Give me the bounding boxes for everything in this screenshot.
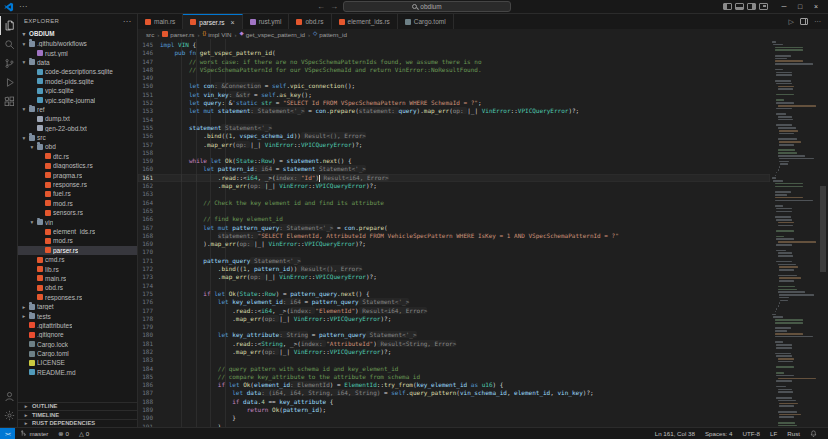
breadcrumb-impl-vin[interactable]: {}impl VIN [202, 31, 231, 38]
tree-item-gitignore[interactable]: .gitignore [18, 330, 137, 339]
tree-item-rust-yml[interactable]: rust.yml [18, 48, 137, 57]
breadcrumb-pattern-id[interactable]: ◇pattern_id [313, 31, 347, 38]
menu-ellipsis-icon[interactable]: ⋯ [19, 3, 27, 11]
status-errors[interactable]: ⊗0 [53, 428, 74, 439]
tree-item-tests[interactable]: ▸tests [18, 311, 137, 320]
code-line[interactable]: 185 // compare key_attribute to the attr… [138, 373, 770, 381]
tree-item-cargo-toml[interactable]: Cargo.toml [18, 349, 137, 358]
minimap[interactable] [770, 39, 818, 427]
code-line[interactable]: 171 pattern_query Statement<'_> [138, 257, 770, 265]
status-notifications-bell[interactable] [805, 428, 822, 439]
code-line[interactable]: 182 .map_err(op: |_| VinError::VPICQuery… [138, 348, 770, 356]
tab-element-ids-rs[interactable]: element_ids.rs [332, 14, 398, 29]
code-editor[interactable]: 145impl VIN {146 pub fn get_vspec_patter… [138, 39, 828, 427]
code-line[interactable]: 148 // VSpecSchemaPatternId for our VSpe… [138, 66, 770, 74]
code-line[interactable]: 187 let data: (i64, i64, String, i64, St… [138, 389, 770, 397]
code-line[interactable]: 180 let key_attribute: String = pattern_… [138, 331, 770, 339]
tree-item-main-rs[interactable]: main.rs [18, 274, 137, 283]
tree-item-gen-22-obd-txt[interactable]: gen-22-obd.txt [18, 124, 137, 133]
status-warnings[interactable]: △0 [74, 428, 94, 439]
command-center-search[interactable]: obdium [343, 1, 511, 12]
tree-item-cmd-rs[interactable]: cmd.rs [18, 255, 137, 264]
tree-item-readme-md[interactable]: README.md [18, 368, 137, 377]
code-line[interactable]: 147 // worst case: if there are no VSpec… [138, 58, 770, 66]
more-actions-icon[interactable]: ⋯ [814, 18, 821, 26]
code-line[interactable]: 189 return Ok(pattern_id); [138, 406, 770, 414]
tree-item-license[interactable]: LICENSE [18, 358, 137, 367]
code-area[interactable]: 145impl VIN {146 pub fn get_vspec_patter… [138, 41, 770, 427]
code-line[interactable]: 158 [138, 149, 770, 157]
status-language-mode[interactable]: Rust [782, 428, 805, 439]
tab-parser-rs[interactable]: parser.rs× [183, 14, 242, 29]
toggle-primary-sidebar-icon[interactable] [723, 3, 732, 10]
code-line[interactable]: 165 [138, 207, 770, 215]
code-line[interactable]: 146 pub fn get_vspec_pattern_id( [138, 49, 770, 57]
code-line[interactable]: 172 .bind((1, pattern_id)) Result<(), Er… [138, 265, 770, 273]
code-line[interactable]: 169 ).map_err(op: |_| VinError::VPICQuer… [138, 240, 770, 248]
code-line[interactable]: 170 [138, 248, 770, 256]
code-line[interactable]: 183 [138, 356, 770, 364]
code-line[interactable]: 157 .map_err(op: |_| VinError::VPICQuery… [138, 141, 770, 149]
code-line[interactable]: 150 let con: &Connection = self.vpic_con… [138, 82, 770, 90]
tab-close-icon[interactable]: × [231, 19, 235, 26]
tree-item-data[interactable]: ▾data [18, 58, 137, 67]
tree-item-mod-rs[interactable]: mod.rs [18, 236, 137, 245]
tree-item-mod-rs[interactable]: mod.rs [18, 199, 137, 208]
tree-item-ref[interactable]: ▾ref [18, 105, 137, 114]
code-line[interactable]: 151 let vin_key: &str = self.as_key(); [138, 91, 770, 99]
split-editor-icon[interactable] [800, 18, 808, 25]
code-line[interactable]: 152 let query: &'static str = "SELECT Id… [138, 99, 770, 107]
code-line[interactable]: 174 [138, 282, 770, 290]
breadcrumb-parser-rs[interactable]: parser.rs [162, 31, 194, 38]
activity-search-icon[interactable] [0, 35, 17, 54]
tree-item-src[interactable]: ▾src [18, 133, 137, 142]
tree-item-obd[interactable]: ▾obd [18, 142, 137, 151]
code-line[interactable]: 176 let key_element_id: i64 = pattern_qu… [138, 298, 770, 306]
tree-item-response-rs[interactable]: response.rs [18, 180, 137, 189]
tab-main-rs[interactable]: main.rs [138, 14, 183, 29]
code-line[interactable]: 154 [138, 116, 770, 124]
tree-item-pragma-rs[interactable]: pragma.rs [18, 170, 137, 179]
code-line[interactable]: 149 [138, 74, 770, 82]
vertical-scrollbar[interactable] [818, 39, 828, 427]
activity-run-debug-icon[interactable] [0, 73, 17, 92]
activity-extensions-icon[interactable] [0, 92, 17, 111]
activity-account-icon[interactable] [0, 387, 17, 406]
code-line[interactable]: 153 let mut statement: Statement<'_> = c… [138, 107, 770, 115]
scrollbar-thumb[interactable] [820, 186, 826, 271]
forward-icon[interactable]: → [330, 2, 338, 11]
breadcrumb-get-vspec-pattern-id[interactable]: ◆get_vspec_pattern_id [240, 31, 305, 38]
code-line[interactable]: 163 [138, 190, 770, 198]
code-line[interactable]: 168 statement: "SELECT ElementId, Attrib… [138, 232, 770, 240]
tree-item-sensors-rs[interactable]: sensors.rs [18, 208, 137, 217]
status-cursor-position[interactable]: Ln 161, Col 38 [650, 428, 700, 439]
code-line[interactable]: 159 while let Ok(State::Row) = statement… [138, 157, 770, 165]
code-line[interactable]: 181 .read::<String, _>(index: "Attribute… [138, 340, 770, 348]
tree-item-dtc-rs[interactable]: dtc.rs [18, 152, 137, 161]
back-icon[interactable]: ← [317, 2, 325, 11]
code-line[interactable]: 188 if data.4 == key_attribute { [138, 398, 770, 406]
code-line[interactable]: 179 [138, 323, 770, 331]
tree-item-gitattributes[interactable]: .gitattributes [18, 321, 137, 330]
status-encoding[interactable]: UTF-8 [738, 428, 766, 439]
tab-obd-rs[interactable]: obd.rs [289, 14, 331, 29]
code-line[interactable]: 186 if let Ok(element_id: ElementId) = E… [138, 381, 770, 389]
code-line[interactable]: 166 // find key element_id [138, 215, 770, 223]
tree-item-vin[interactable]: ▾vin [18, 217, 137, 226]
tree-item-vpic-sqlite[interactable]: vpic.sqlite [18, 86, 137, 95]
status-eol[interactable]: LF [765, 428, 782, 439]
code-line[interactable]: 145impl VIN { [138, 41, 770, 49]
tree-item-cargo-lock[interactable]: Cargo.lock [18, 340, 137, 349]
tree-item-fuel-rs[interactable]: fuel.rs [18, 189, 137, 198]
code-line[interactable]: 164 // Check the key element id and find… [138, 199, 770, 207]
maximize-button[interactable]: □ [792, 0, 808, 13]
code-line[interactable]: 162 .map_err(op: |_| VinError::VPICQuery… [138, 182, 770, 190]
code-line[interactable]: 184 // query pattern with schema id and … [138, 365, 770, 373]
code-line[interactable]: 178 .map_err(op: |_| VinError::VPICQuery… [138, 315, 770, 323]
toggle-secondary-sidebar-icon[interactable] [747, 3, 756, 10]
activity-source-control-icon[interactable] [0, 54, 17, 73]
close-button[interactable]: × [808, 0, 824, 13]
more-actions-icon[interactable]: ⋯ [123, 17, 131, 26]
tree-item-parser-rs[interactable]: parser.rs [18, 246, 137, 255]
tree-item-diagnostics-rs[interactable]: diagnostics.rs [18, 161, 137, 170]
